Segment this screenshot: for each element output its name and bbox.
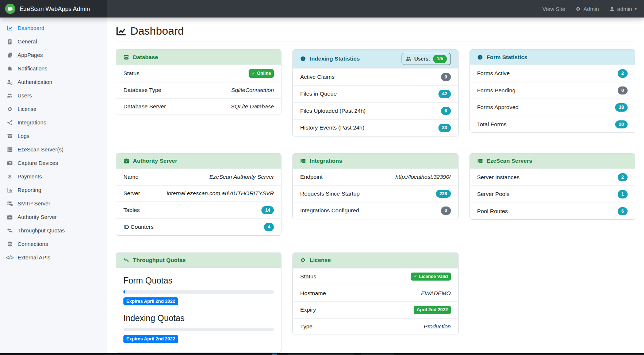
app-logo-icon [5,4,15,14]
chart-line-icon [6,25,14,31]
stat-label: Status [123,70,139,77]
stat-label: Type [300,323,313,330]
stat-row-server: Serverinternal.ezescan.com.au\AUTHORITYS… [116,185,281,201]
bell-icon [6,66,14,72]
sidebar-item-label: Throughput Quotas [18,227,65,234]
card-title: Form Statistics [487,54,528,61]
admin-menu-link[interactable]: Admin [575,6,599,12]
stat-row-id-counters: ID Counters4 [116,218,281,235]
user-menu[interactable]: admin ▾ [609,6,637,12]
sidebar-item-license[interactable]: License [0,102,107,116]
stat-row-tables: Tables14 [116,201,281,219]
exchange-icon [6,228,14,234]
stat-label: Server Pools [477,191,510,197]
stat-row-requests-since-startup: Requests Since Startup228 [293,185,458,202]
stat-label: Hostname [300,290,326,297]
stat-label: Forms Pending [477,87,515,94]
card-ezescan-servers: EzeScan ServersServer Instances2Server P… [469,153,635,220]
share-icon [6,120,14,126]
stat-badge: 6 [441,107,451,115]
dollar-icon: $ [6,174,14,179]
cog-icon [300,257,306,263]
sidebar-item-authority-server[interactable]: Authority Server [0,210,107,224]
stat-row-history-events-past-24h: History Events (Past 24h)33 [293,119,458,136]
stat-value: SQLite Database [231,103,274,110]
card-license: LicenseStatus✓License ValidHostnameEWADE… [292,252,458,335]
card-integrations: IntegrationsEndpointhttp://localhost:323… [292,153,458,219]
stat-row-forms-pending: Forms Pending0 [470,82,635,99]
sidebar-item-label: Authentication [18,79,52,85]
sidebar-item-logs[interactable]: Logs [0,129,107,143]
sidebar-item-dashboard[interactable]: Dashboard [0,21,107,35]
stat-label: Name [123,174,138,180]
top-navbar: EzeScan WebApps Admin View Site Admin ad… [0,0,644,18]
stat-badge: 0 [441,207,451,215]
stat-badge: 4 [264,223,274,231]
sidebar-item-smtp-server[interactable]: SMTP Server [0,197,107,210]
sidebar-item-label: Users [18,92,32,99]
stat-badge: 20 [615,120,628,129]
server-icon [477,158,483,164]
stat-row-endpoint: Endpointhttp://localhost:32390/ [293,169,458,185]
stat-label: Pool Routes [477,208,508,215]
gear-icon [575,6,581,12]
stat-label: Forms Approved [477,104,519,111]
sidebar-item-connections[interactable]: Connections [0,237,107,251]
navbar-brand-label: EzeScan WebApps Admin [20,5,90,12]
card-indexing-statistics-header: Indexing StatisticsUsers:1/5 [293,50,458,68]
navbar-brand[interactable]: EzeScan WebApps Admin [0,0,107,18]
stat-badge: 2 [618,69,628,78]
card-title: EzeScan Servers [487,158,532,164]
card-database-header: Database [116,50,281,65]
sidebar-item-integrations[interactable]: Integrations [0,116,107,129]
sidebar-item-payments[interactable]: $Payments [0,170,107,183]
card-authority-server: Authority ServerNameEzeScan Authority Se… [116,153,281,236]
sidebar-item-authentication[interactable]: Authentication [0,75,107,89]
clipboard-icon [6,39,14,45]
users-count-button[interactable]: Users:1/5 [402,53,451,65]
card-throughput-quotas-header: Throughput Quotas [116,253,281,268]
stat-row-type: TypeProduction [293,318,458,335]
card-title: Database [133,54,158,61]
stat-label: Status [300,273,316,280]
server-icon [6,147,14,153]
quota-expiry-badge: Expires April 2nd 2022 [123,297,178,306]
sidebar-item-external-apis[interactable]: </>External APIs [0,251,107,264]
quotas-body: Form QuotasExpires April 2nd 2022Indexin… [116,268,281,352]
stat-label: Tables [123,207,140,213]
stat-label: Database Type [123,87,161,93]
sidebar-item-ezescan-server-s[interactable]: EzeScan Server(s) [0,143,107,156]
sidebar-item-users[interactable]: Users [0,89,107,102]
stat-row-server-instances: Server Instances2 [470,169,635,186]
view-site-link[interactable]: View Site [543,6,565,12]
stat-row-files-in-queue: Files in Queue42 [293,85,458,102]
stat-label: Requests Since Startup [300,190,360,197]
stat-label: Forms Active [477,70,510,77]
sidebar-item-apppages[interactable]: AppPages [0,48,107,62]
copy-icon [6,52,14,58]
card-indexing-statistics: Indexing StatisticsUsers:1/5Active Claim… [292,49,458,136]
sidebar-item-general[interactable]: General [0,35,107,48]
card-title: Integrations [310,158,342,164]
cog-icon [6,106,14,112]
title-divider [116,42,635,42]
users-cog-icon [6,93,14,99]
sidebar-item-capture-devices[interactable]: Capture Devices [0,156,107,170]
sidebar-item-label: AppPages [18,52,43,58]
stat-row-total-forms: Total Forms20 [470,116,635,133]
card-throughput-quotas: Throughput QuotasForm QuotasExpires Apri… [116,252,281,352]
users-icon [406,56,411,62]
stat-badge: 6 [618,207,628,216]
code-icon: </> [6,255,14,260]
sidebar-item-throughput-quotas[interactable]: Throughput Quotas [0,224,107,237]
stat-badge: ✓License Valid [411,273,451,281]
stat-value: Production [424,323,451,330]
check-icon: ✓ [414,274,417,278]
sidebar-nav: DashboardGeneralAppPagesNotificationsAut… [0,21,107,264]
sidebar-item-reporting[interactable]: Reporting [0,183,107,197]
sidebar-item-notifications[interactable]: Notifications [0,62,107,75]
stat-label: Server [123,190,140,197]
taskbar-blip [288,354,354,355]
archive-icon [6,133,14,139]
stat-badge: 0 [618,86,628,95]
